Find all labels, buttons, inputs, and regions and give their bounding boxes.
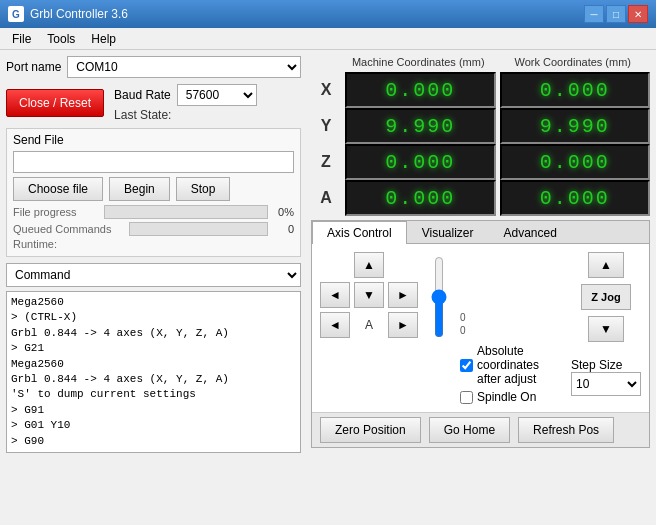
machine-coord-y: 9.990 <box>345 108 496 144</box>
file-path-input[interactable] <box>13 151 294 173</box>
coord-axis-label-x: X <box>311 81 341 99</box>
close-reset-button[interactable]: Close / Reset <box>6 89 104 117</box>
coord-axis-label-z: Z <box>311 153 341 171</box>
jog-a-left-button[interactable]: ◄ <box>320 312 350 338</box>
step-size-select[interactable]: 0.0010.010.1110100 <box>571 372 641 396</box>
port-row: Port name COM10 <box>6 56 301 78</box>
coord-row-a: A 0.000 0.000 <box>311 180 650 216</box>
maximize-button[interactable]: □ <box>606 5 626 23</box>
file-btn-row: Choose file Begin Stop <box>13 177 294 201</box>
terminal-line: Grbl 0.844 -> 4 axes (X, Y, Z, A) <box>11 326 296 341</box>
coord-row-x: X 0.000 0.000 <box>311 72 650 108</box>
speed-slider[interactable] <box>430 256 448 338</box>
jog-row-mid: ◄ ▼ ► <box>320 282 418 308</box>
middle-section: 0 0 Absolute coordinates after adjust <box>460 252 563 404</box>
work-coord-a: 0.000 <box>500 180 651 216</box>
jog-row-a: ◄ A ► <box>320 312 418 338</box>
stop-button[interactable]: Stop <box>176 177 231 201</box>
jog-row-up: ▲ <box>320 252 418 278</box>
spindle-checkbox[interactable] <box>460 391 473 404</box>
coord-row-z: Z 0.000 0.000 <box>311 144 650 180</box>
baud-label: Baud Rate <box>114 88 171 102</box>
close-button[interactable]: ✕ <box>628 5 648 23</box>
main-window: Port name COM10 Close / Reset Baud Rate … <box>0 50 656 525</box>
close-baud-row: Close / Reset Baud Rate 57600 Last State… <box>6 84 301 122</box>
file-progress-row: File progress 0% <box>13 205 294 219</box>
jog-a-right-button[interactable]: ► <box>388 312 418 338</box>
menu-help[interactable]: Help <box>83 30 124 48</box>
tab-axis-control[interactable]: Axis Control <box>312 221 407 244</box>
command-select[interactable]: Command <box>6 263 301 287</box>
work-coord-y: 9.990 <box>500 108 651 144</box>
terminal-line: > G90 <box>11 434 296 449</box>
absolute-checkbox[interactable] <box>460 359 473 372</box>
jog-down-button[interactable]: ▼ <box>354 282 384 308</box>
menu-tools[interactable]: Tools <box>39 30 83 48</box>
coord-axis-label-a: A <box>311 189 341 207</box>
terminal-line: > G21 <box>11 341 296 356</box>
work-coord-z: 0.000 <box>500 144 651 180</box>
window-title: Grbl Controller 3.6 <box>30 7 128 21</box>
terminal-line: > G91 <box>11 403 296 418</box>
zero-position-button[interactable]: Zero Position <box>320 417 421 443</box>
bottom-buttons: Zero Position Go Home Refresh Pos <box>312 412 649 447</box>
file-progress-pct: 0% <box>274 206 294 218</box>
z-jog-down-button[interactable]: ▼ <box>588 316 624 342</box>
tab-advanced[interactable]: Advanced <box>489 221 572 244</box>
baud-last-state: Baud Rate 57600 Last State: <box>114 84 257 122</box>
file-progress-label: File progress <box>13 206 98 218</box>
spindle-checkbox-row: Spindle On <box>460 390 563 404</box>
z-jog-label: Z Jog <box>581 284 631 310</box>
send-file-group: Send File Choose file Begin Stop File pr… <box>6 128 301 257</box>
right-panel: Machine Coordinates (mm) Work Coordinate… <box>311 56 650 453</box>
jog-left-button[interactable]: ◄ <box>320 282 350 308</box>
terminal-line: Grbl 0.844 -> 4 axes (X, Y, Z, A) <box>11 372 296 387</box>
command-section: Command Mega2560> (CTRL-X)Grbl 0.844 -> … <box>6 263 301 453</box>
menu-file[interactable]: File <box>4 30 39 48</box>
terminal-line: Mega2560 <box>11 357 296 372</box>
terminal-box: Mega2560> (CTRL-X)Grbl 0.844 -> 4 axes (… <box>6 291 301 453</box>
refresh-pos-button[interactable]: Refresh Pos <box>518 417 614 443</box>
left-panel: Port name COM10 Close / Reset Baud Rate … <box>6 56 301 453</box>
baud-select[interactable]: 57600 <box>177 84 257 106</box>
axis-control-content: ▲ ◄ ▼ ► ◄ A <box>312 244 649 412</box>
coord-axis-label-y: Y <box>311 117 341 135</box>
jog-up-button[interactable]: ▲ <box>354 252 384 278</box>
pos-indicators: 0 0 <box>460 312 563 336</box>
z-jog-up-button[interactable]: ▲ <box>588 252 624 278</box>
tabs-section: Axis Control Visualizer Advanced ▲ <box>311 220 650 448</box>
title-bar: G Grbl Controller 3.6 ─ □ ✕ <box>0 0 656 28</box>
title-bar-left: G Grbl Controller 3.6 <box>8 6 128 22</box>
port-select[interactable]: COM10 <box>67 56 301 78</box>
tab-visualizer[interactable]: Visualizer <box>407 221 489 244</box>
tab-bar: Axis Control Visualizer Advanced <box>312 221 649 244</box>
baud-row: Baud Rate 57600 <box>114 84 257 106</box>
runtime-row: Runtime: <box>13 238 294 250</box>
step-size-area: Step Size 0.0010.010.1110100 <box>571 358 641 396</box>
minimize-button[interactable]: ─ <box>584 5 604 23</box>
jog-right-button[interactable]: ► <box>388 282 418 308</box>
choose-file-button[interactable]: Choose file <box>13 177 103 201</box>
last-state-label: Last State: <box>114 108 257 122</box>
send-file-label: Send File <box>13 133 294 147</box>
pos-indicator-1: 0 <box>460 312 563 323</box>
speed-slider-area <box>430 256 448 338</box>
file-progress-bar <box>104 205 268 219</box>
machine-coord-a: 0.000 <box>345 180 496 216</box>
terminal-line: Mega2560 <box>11 295 296 310</box>
step-size-label: Step Size <box>571 358 641 372</box>
coord-row-y: Y 9.990 9.990 <box>311 108 650 144</box>
pos-indicator-2: 0 <box>460 325 563 336</box>
checkboxes-area: Absolute coordinates after adjust Spindl… <box>460 344 563 404</box>
terminal-line: > (CTRL-X) <box>11 310 296 325</box>
absolute-checkbox-row: Absolute coordinates after adjust <box>460 344 563 386</box>
machine-coord-x: 0.000 <box>345 72 496 108</box>
coord-rows: X 0.000 0.000 Y 9.990 9.990 Z 0.000 0.00… <box>311 72 650 216</box>
go-home-button[interactable]: Go Home <box>429 417 510 443</box>
spindle-label: Spindle On <box>477 390 536 404</box>
axis-layout: ▲ ◄ ▼ ► ◄ A <box>320 252 641 404</box>
menu-bar: File Tools Help <box>0 28 656 50</box>
begin-button[interactable]: Begin <box>109 177 170 201</box>
app-icon: G <box>8 6 24 22</box>
port-label: Port name <box>6 60 61 74</box>
